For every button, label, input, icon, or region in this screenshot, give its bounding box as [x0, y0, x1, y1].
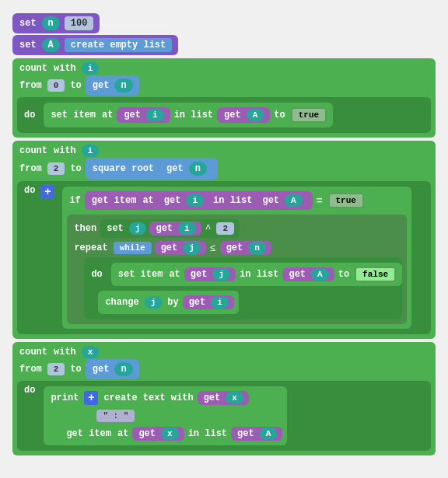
count2-from-label: from — [19, 163, 42, 174]
count1-header[interactable]: count with i — [17, 62, 431, 75]
at-label: at — [102, 110, 113, 120]
count1-to-label: to — [70, 80, 81, 91]
set-a-block[interactable]: set A create empty list — [12, 35, 436, 55]
a-var[interactable]: A — [42, 38, 60, 52]
caret-sym: ^ — [205, 223, 212, 235]
count2-do: do + if get item at get i — [17, 181, 431, 334]
get-j-label: get — [161, 242, 178, 253]
count1-from-val[interactable]: 0 — [47, 79, 65, 92]
count1-n-var[interactable]: n — [114, 79, 132, 92]
while-label[interactable]: while — [114, 242, 152, 254]
do4-label: do — [24, 385, 35, 396]
plus-icon2[interactable]: + — [84, 391, 98, 405]
set-item2-block[interactable]: set item at get j in list get — [111, 263, 402, 286]
get-item2-label: get item — [92, 195, 137, 206]
count2-header[interactable]: count with i — [17, 145, 431, 157]
count2-get: get — [166, 163, 184, 174]
set-item-label: set item — [51, 110, 96, 120]
main-workspace: set n 100 set A create empty list count … — [8, 8, 440, 462]
get-i4-var[interactable]: i — [211, 296, 229, 309]
count1-do: do set item at get i in list get A — [17, 97, 431, 133]
get-i-var[interactable]: i — [146, 109, 164, 121]
print-label: print — [51, 393, 79, 403]
count3-get: get — [93, 364, 110, 375]
count2-range: from 2 to square root get n — [17, 158, 431, 180]
get-x-var[interactable]: x — [226, 392, 243, 404]
count3-header[interactable]: count with x — [17, 346, 431, 358]
count3-from-label: from — [19, 364, 42, 375]
true-val[interactable]: true — [291, 107, 327, 123]
get-i2-label: get — [164, 195, 181, 206]
leq-sym: ≤ — [210, 242, 216, 254]
count3-label: count — [19, 347, 47, 358]
count2-label: count — [19, 145, 47, 156]
change-j-block[interactable]: change j by get i — [98, 291, 238, 314]
get-i3-var[interactable]: i — [178, 222, 196, 235]
get-a-var[interactable]: A — [247, 109, 264, 121]
get-j2-var[interactable]: j — [212, 268, 230, 281]
get-i-label: get — [124, 110, 141, 120]
get-a4-var[interactable]: A — [260, 427, 278, 440]
print-block: print + create text with get x " : " get… — [44, 386, 287, 445]
get-x-label: get — [204, 393, 221, 403]
repeat-row[interactable]: repeat while get j ≤ get n — [72, 240, 402, 256]
get-i2-var[interactable]: i — [186, 194, 204, 207]
num2-val[interactable]: 2 — [216, 222, 234, 235]
in-list4-label: in list — [188, 428, 227, 439]
plus-icon[interactable]: + — [40, 185, 54, 199]
get-a-label: get — [224, 110, 241, 120]
count1-var[interactable]: i — [82, 62, 100, 75]
in-list-label: in list — [174, 110, 213, 120]
set-n-block[interactable]: set n 100 — [12, 13, 436, 33]
get-i4-label: get — [189, 297, 206, 308]
count3-range: from 2 to get n — [17, 359, 431, 379]
count1-label: count — [19, 63, 47, 74]
count2-with: with — [54, 145, 76, 156]
set-a-keyword: set — [19, 40, 37, 51]
count3-var[interactable]: x — [82, 346, 100, 358]
if-block: if get item at get i in list get A — [62, 187, 411, 329]
get-a2-label: get — [262, 195, 279, 206]
false-val[interactable]: false — [355, 267, 396, 282]
count1-range: from 0 to get n — [17, 75, 431, 96]
count3-do: do print + create text with get x " : " — [17, 381, 431, 451]
get-a3-var[interactable]: A — [311, 268, 329, 281]
get-x2-var[interactable]: x — [161, 427, 179, 440]
in-list3-label: in list — [240, 269, 278, 280]
count1-with: with — [54, 63, 76, 74]
true2-val[interactable]: true — [328, 193, 364, 208]
repeat-do: do set item at get j — [84, 257, 402, 319]
count2-var[interactable]: i — [82, 145, 100, 157]
n-var[interactable]: n — [42, 16, 60, 30]
count2-from-val[interactable]: 2 — [47, 162, 65, 175]
count2-to-label: to — [70, 163, 81, 174]
create-text-label: create text with — [103, 393, 193, 403]
in-list2-label: in list — [213, 195, 252, 206]
count3-to-label: to — [70, 364, 81, 375]
get-item3-label: get item — [66, 428, 111, 439]
set-j-var[interactable]: j — [129, 222, 147, 235]
then-block: then set j get i ^ 2 — [67, 215, 407, 324]
set-n-keyword: set — [19, 18, 37, 29]
set-j-label: set — [107, 223, 124, 234]
count3-outer: count with x from 2 to get n do print + — [12, 342, 436, 455]
set-item-block[interactable]: set item at get i in list get A to true — [44, 103, 333, 127]
create-empty-list[interactable]: create empty list — [65, 38, 172, 52]
get-i3-label: get — [156, 223, 173, 234]
then-label: then — [74, 223, 96, 234]
get-j-var[interactable]: j — [183, 242, 201, 254]
do1-label: do — [24, 110, 35, 120]
count3-with: with — [54, 347, 76, 358]
to-label: to — [274, 110, 285, 120]
n-value[interactable]: 100 — [65, 16, 94, 30]
get-a2-var[interactable]: A — [285, 194, 303, 207]
get-n2-var[interactable]: n — [248, 242, 266, 254]
if-row[interactable]: if get item at get i in list get A — [67, 190, 407, 211]
do3-label: do — [91, 269, 102, 280]
colon-str: " : " — [96, 410, 135, 422]
count2-n-var[interactable]: n — [189, 162, 207, 176]
at4-label: at — [117, 428, 128, 439]
count3-from-val[interactable]: 2 — [47, 363, 65, 375]
count3-n-var[interactable]: n — [114, 362, 132, 376]
j-change-var[interactable]: j — [145, 296, 163, 309]
